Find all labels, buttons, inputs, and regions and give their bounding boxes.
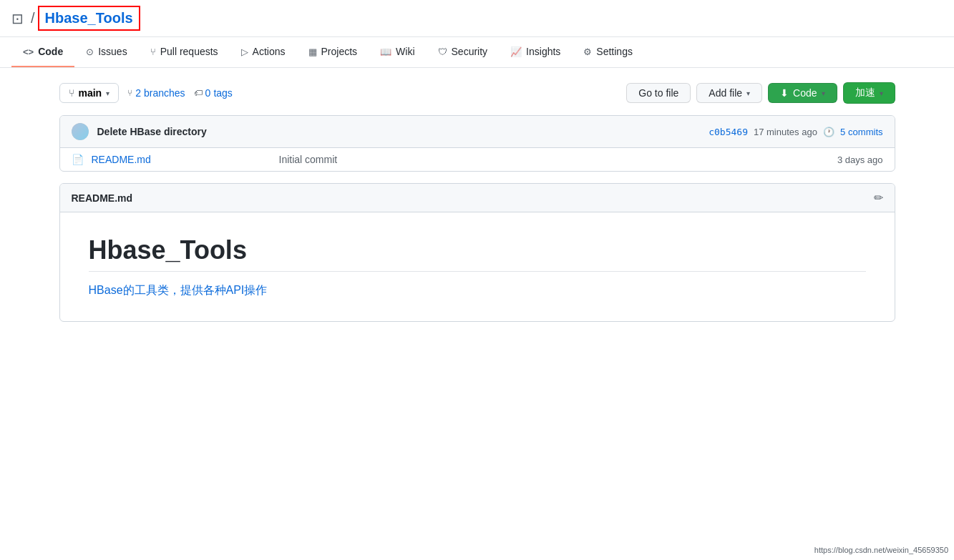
readme-title: README.md — [72, 192, 133, 204]
tags-link[interactable]: 🏷 0 tags — [194, 87, 233, 99]
tab-issues[interactable]: ⊙ Issues — [74, 37, 138, 67]
file-commit-message: Initial commit — [279, 154, 829, 165]
branch-bar-right: Go to file Add file ▾ ⬇ Code ▾ 加速 ▾ — [626, 82, 895, 104]
tags-label: tags — [213, 87, 232, 99]
tab-wiki[interactable]: 📖 Wiki — [369, 37, 426, 67]
code-download-icon: ⬇ — [780, 87, 789, 99]
tab-pull-requests-label: Pull requests — [160, 46, 218, 57]
file-icon: 📄 — [72, 154, 83, 165]
jiasu-arrow: ▾ — [880, 89, 883, 97]
tab-code[interactable]: <> Code — [11, 37, 74, 67]
tab-security[interactable]: 🛡 Security — [427, 37, 500, 67]
tab-issues-label: Issues — [98, 46, 127, 57]
commit-meta: c0b5469 17 minutes ago 🕐 5 commits — [709, 127, 882, 137]
repo-slash: / — [31, 10, 35, 26]
tab-insights-label: Insights — [526, 46, 560, 57]
add-file-arrow: ▾ — [746, 89, 750, 97]
jiasu-label: 加速 — [855, 87, 875, 99]
branches-icon: ⑂ — [127, 88, 132, 98]
branches-count: 2 — [135, 87, 141, 99]
commits-link[interactable]: 5 commits — [840, 127, 883, 137]
code-dropdown-arrow: ▾ — [822, 89, 825, 97]
readme-section: README.md ✏ Hbase_Tools HBase的工具类，提供各种AP… — [59, 183, 895, 322]
tab-settings-label: Settings — [596, 46, 633, 57]
code-icon: <> — [23, 46, 34, 57]
commit-hash[interactable]: c0b5469 — [709, 127, 748, 137]
tag-icon: 🏷 — [194, 88, 203, 98]
branch-icon: ⑂ — [69, 87, 74, 99]
add-file-button[interactable]: Add file ▾ — [696, 83, 762, 103]
readme-header: README.md ✏ — [60, 184, 895, 212]
readme-content: Hbase_Tools HBase的工具类，提供各种API操作 — [60, 212, 895, 321]
add-file-label: Add file — [709, 87, 742, 99]
tab-actions-label: Actions — [253, 46, 286, 57]
branch-selector[interactable]: ⑂ main ▾ — [59, 83, 120, 103]
repo-path: / Hbase_Tools — [29, 6, 140, 31]
repo-name[interactable]: Hbase_Tools — [38, 6, 140, 31]
edit-icon[interactable]: ✏ — [874, 191, 883, 205]
issues-icon: ⊙ — [86, 46, 94, 57]
file-name[interactable]: README.md — [92, 154, 271, 165]
tab-insights[interactable]: 📈 Insights — [499, 37, 572, 67]
security-icon: 🛡 — [438, 46, 447, 57]
table-row: 📄 README.md Initial commit 3 days ago — [60, 148, 895, 171]
branch-dropdown-arrow: ▾ — [106, 89, 109, 97]
commits-count: 5 — [840, 127, 845, 137]
avatar-image — [72, 123, 89, 140]
tab-projects-label: Projects — [321, 46, 358, 57]
tags-count: 0 — [205, 87, 211, 99]
tab-pull-requests[interactable]: ⑂ Pull requests — [139, 37, 230, 67]
commit-time: 17 minutes ago — [754, 127, 817, 137]
commit-message: Delete HBase directory — [97, 126, 701, 137]
clock-icon: 🕐 — [823, 127, 834, 137]
branch-bar: ⑂ main ▾ ⑂ 2 branches 🏷 0 tags Go to fil… — [59, 82, 895, 104]
file-table: Delete HBase directory c0b5469 17 minute… — [59, 115, 895, 172]
branch-name: main — [79, 87, 102, 99]
settings-icon: ⚙ — [583, 46, 592, 57]
wiki-icon: 📖 — [380, 46, 391, 57]
github-icon: ⊡ — [11, 10, 24, 27]
tab-security-label: Security — [452, 46, 488, 57]
jiasu-button[interactable]: 加速 ▾ — [843, 82, 895, 104]
readme-description: HBase的工具类，提供各种API操作 — [89, 283, 866, 298]
header: ⊡ / Hbase_Tools — [0, 0, 954, 37]
tab-projects[interactable]: ▦ Projects — [297, 37, 369, 67]
insights-icon: 📈 — [510, 46, 522, 57]
tab-wiki-label: Wiki — [396, 46, 414, 57]
branches-link[interactable]: ⑂ 2 branches — [127, 87, 185, 99]
file-time: 3 days ago — [837, 154, 883, 165]
tab-settings[interactable]: ⚙ Settings — [572, 37, 644, 67]
code-button-label: Code — [793, 87, 817, 99]
branches-label: branches — [144, 87, 185, 99]
avatar — [72, 123, 89, 140]
go-to-file-button[interactable]: Go to file — [626, 83, 691, 103]
code-button[interactable]: ⬇ Code ▾ — [768, 83, 837, 103]
actions-icon: ▷ — [241, 46, 248, 57]
projects-icon: ▦ — [308, 46, 317, 57]
commits-label: commits — [848, 127, 882, 137]
nav-tabs: <> Code ⊙ Issues ⑂ Pull requests ▷ Actio… — [0, 37, 954, 68]
tab-code-label: Code — [38, 46, 63, 57]
pull-requests-icon: ⑂ — [150, 46, 156, 57]
readme-heading: Hbase_Tools — [89, 235, 866, 272]
main-content: ⑂ main ▾ ⑂ 2 branches 🏷 0 tags Go to fil… — [48, 68, 907, 336]
tab-actions[interactable]: ▷ Actions — [230, 37, 297, 67]
commit-info-row: Delete HBase directory c0b5469 17 minute… — [60, 116, 895, 148]
branch-bar-left: ⑂ main ▾ ⑂ 2 branches 🏷 0 tags — [59, 83, 233, 103]
